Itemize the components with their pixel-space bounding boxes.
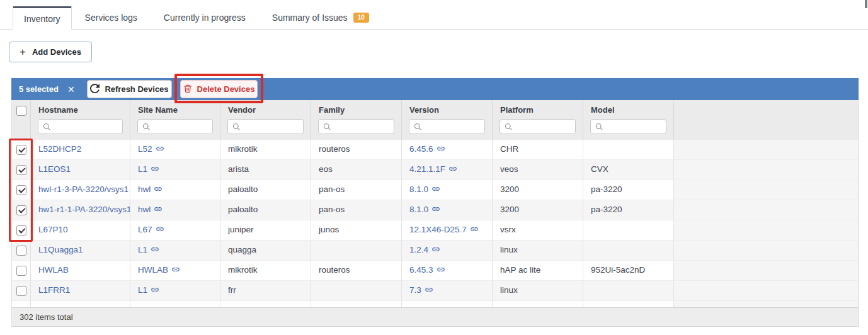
table-row[interactable]: L1Quagga1L1quagga1.2.4linux <box>12 241 858 261</box>
partial-row-cell <box>31 301 130 307</box>
row-filler-cell <box>674 241 858 261</box>
partial-row-cell <box>12 301 31 307</box>
column-header-hostname: Hostname <box>31 100 130 140</box>
column-header-version: Version <box>402 100 493 140</box>
platform-cell: linux <box>493 241 583 261</box>
select-all-checkbox[interactable] <box>16 106 26 116</box>
tab-label: Summary of Issues <box>272 13 348 23</box>
close-icon[interactable]: ✕ <box>67 85 75 94</box>
column-search <box>137 119 213 134</box>
hostname-link[interactable]: L67P10 <box>38 225 68 234</box>
family-cell: junos <box>311 220 402 241</box>
link-icon[interactable] <box>425 285 433 295</box>
tab-summary-of-issues[interactable]: Summary of Issues 10 <box>259 6 382 29</box>
site-link[interactable]: L67 <box>138 225 152 234</box>
site-cell: L52 <box>130 140 220 160</box>
column-header-platform: Platform <box>493 100 583 140</box>
row-checkbox[interactable] <box>16 286 26 296</box>
version-link[interactable]: 7.3 <box>409 285 421 295</box>
site-cell: hwl <box>130 200 220 220</box>
version-cell: 6.45.6 <box>402 140 493 160</box>
row-checkbox[interactable] <box>16 205 26 215</box>
table-row[interactable]: HWLABHWLABmikrotikrouteros6.45.3hAP ac l… <box>12 261 858 281</box>
site-link[interactable]: HWLAB <box>138 265 168 275</box>
vendor-cell: juniper <box>220 220 311 241</box>
link-icon[interactable] <box>431 245 440 254</box>
plus-icon: + <box>20 47 26 57</box>
table-row[interactable]: L1EOS1L1aristaeos4.21.1.1FveosCVX <box>12 160 858 180</box>
site-link[interactable]: L1 <box>138 164 147 174</box>
row-filler-cell <box>674 220 858 241</box>
link-icon[interactable] <box>171 265 180 275</box>
table-row[interactable]: L1FRR1L1frr7.3linux <box>12 281 858 301</box>
link-icon[interactable] <box>448 164 457 174</box>
row-checkbox[interactable] <box>16 165 26 175</box>
row-checkbox[interactable] <box>16 246 26 256</box>
table-header-row: HostnameSite NameVendorFamilyVersionPlat… <box>12 100 858 140</box>
partial-row-cell <box>220 301 311 307</box>
row-checkbox-cell <box>12 220 31 241</box>
hostname-link[interactable]: hwl-r1-3-PA-3220/vsys1 <box>38 185 128 194</box>
site-link[interactable]: L1 <box>138 245 147 254</box>
link-icon[interactable] <box>156 144 164 154</box>
table-row[interactable]: hwl-r1-3-PA-3220/vsys1hwlpaloaltopan-os8… <box>12 180 858 200</box>
partial-row-cell <box>402 301 493 307</box>
link-icon[interactable] <box>431 185 440 194</box>
table-row[interactable]: hw1-r1-1-PA-3220/vsys1hwlpaloaltopan-os8… <box>12 200 858 220</box>
version-link[interactable]: 6.45.6 <box>409 144 433 154</box>
partial-row-cell <box>583 301 674 307</box>
vendor-cell: paloalto <box>220 200 311 220</box>
version-link[interactable]: 1.2.4 <box>409 245 428 254</box>
version-cell: 7.3 <box>402 281 493 301</box>
family-cell: pan-os <box>311 180 402 200</box>
row-checkbox-cell <box>12 180 31 200</box>
link-icon[interactable] <box>437 144 445 154</box>
row-checkbox[interactable] <box>16 266 26 276</box>
version-link[interactable]: 4.21.1.1F <box>409 164 445 174</box>
site-link[interactable]: hwl <box>138 185 151 194</box>
link-icon[interactable] <box>154 185 163 194</box>
delete-devices-button[interactable]: Delete Devices <box>180 80 258 98</box>
refresh-devices-button[interactable]: Refresh Devices <box>87 80 172 98</box>
site-cell: L67 <box>130 220 220 241</box>
row-checkbox-cell <box>12 261 31 281</box>
tab-inventory[interactable]: Inventory <box>13 6 72 30</box>
hostname-link[interactable]: L1Quagga1 <box>38 245 83 254</box>
inventory-table-section: 5 selected ✕ Refresh Devices Delete Devi… <box>11 78 859 327</box>
row-checkbox[interactable] <box>16 145 26 155</box>
hostname-link[interactable]: HWLAB <box>38 265 69 275</box>
row-checkbox-cell <box>12 160 31 180</box>
version-link[interactable]: 12.1X46-D25.7 <box>409 225 467 234</box>
hostname-link[interactable]: hw1-r1-1-PA-3220/vsys1 <box>38 205 130 214</box>
version-link[interactable]: 8.1.0 <box>409 185 428 194</box>
hostname-link[interactable]: L1FRR1 <box>38 285 70 295</box>
link-icon[interactable] <box>437 265 445 275</box>
row-filler-cell <box>674 281 858 301</box>
link-icon[interactable] <box>151 164 159 174</box>
version-link[interactable]: 8.1.0 <box>409 205 428 214</box>
selected-count-text: 5 selected <box>19 84 59 94</box>
add-devices-button[interactable]: + Add Devices <box>9 42 92 62</box>
version-link[interactable]: 6.45.3 <box>409 265 433 275</box>
table-row[interactable]: L52DHCP2L52mikrotikrouteros6.45.6CHR <box>12 140 858 160</box>
link-icon[interactable] <box>154 205 163 214</box>
column-header-model: Model <box>583 100 674 140</box>
platform-cell: hAP ac lite <box>493 261 583 281</box>
row-checkbox[interactable] <box>16 225 26 236</box>
site-link[interactable]: L52 <box>138 144 152 154</box>
link-icon[interactable] <box>470 225 479 234</box>
select-all-cell <box>12 100 31 140</box>
site-link[interactable]: L1 <box>138 285 147 295</box>
site-link[interactable]: hwl <box>138 205 151 214</box>
link-icon[interactable] <box>156 225 164 234</box>
table-row[interactable]: L67P10L67juniperjunos12.1X46-D25.7vsrx <box>12 220 858 241</box>
row-checkbox[interactable] <box>16 185 26 195</box>
row-checkbox-cell <box>12 241 31 261</box>
link-icon[interactable] <box>151 285 159 295</box>
tab-services-logs[interactable]: Services logs <box>72 6 151 29</box>
hostname-link[interactable]: L1EOS1 <box>38 164 71 174</box>
hostname-link[interactable]: L52DHCP2 <box>38 144 81 154</box>
link-icon[interactable] <box>151 245 159 254</box>
tab-currently-in-progress[interactable]: Currently in progress <box>151 6 259 29</box>
link-icon[interactable] <box>431 205 440 214</box>
